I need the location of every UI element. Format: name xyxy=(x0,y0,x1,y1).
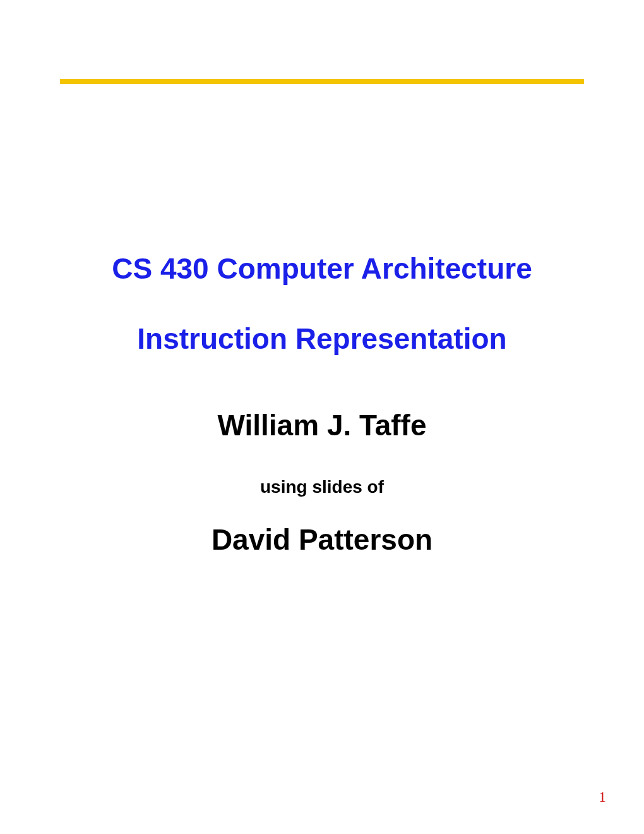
slide-content: CS 430 Computer Architecture Instruction… xyxy=(0,253,644,557)
credit-label: using slides of xyxy=(0,477,644,497)
topic-title-line: Instruction Representation xyxy=(0,323,644,355)
slide-page: CS 430 Computer Architecture Instruction… xyxy=(0,0,644,834)
course-title-line: CS 430 Computer Architecture xyxy=(0,253,644,285)
title-gap xyxy=(0,285,644,323)
primary-author: William J. Taffe xyxy=(0,408,644,442)
divider-rule xyxy=(60,79,584,83)
secondary-author: David Patterson xyxy=(0,523,644,557)
page-number: 1 xyxy=(599,789,606,806)
